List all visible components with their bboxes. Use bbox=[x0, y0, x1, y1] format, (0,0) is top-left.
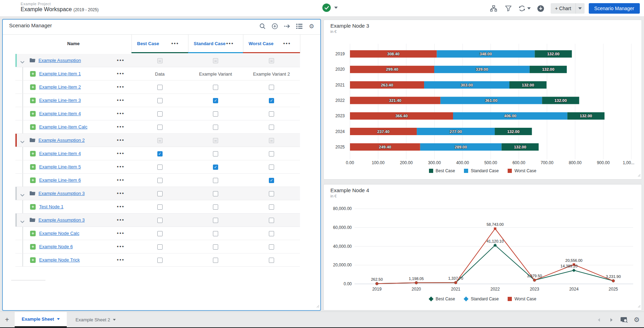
scenario-checkbox-unchecked[interactable] bbox=[157, 178, 163, 183]
scenario-checkbox-indeterminate[interactable]: – bbox=[213, 58, 218, 63]
row-name-link[interactable]: Example Assumption 3 bbox=[38, 217, 85, 223]
scenario-checkbox-indeterminate[interactable]: – bbox=[269, 138, 274, 143]
node-plus-icon[interactable]: + bbox=[30, 151, 36, 156]
row-menu-icon[interactable]: ●●● bbox=[117, 72, 124, 75]
scenario-checkbox-unchecked[interactable] bbox=[157, 98, 163, 103]
row-name-link[interactable]: Example Line-Item 2 bbox=[39, 84, 81, 90]
node-plus-icon[interactable]: + bbox=[30, 98, 36, 103]
collapse-chevron-icon[interactable] bbox=[20, 59, 24, 65]
workspace-status-control[interactable] bbox=[322, 4, 338, 12]
scenario-checkbox-indeterminate[interactable]: – bbox=[269, 58, 274, 63]
legend-item[interactable]: Worst Case bbox=[508, 296, 536, 301]
add-chart-button[interactable]: + Chart bbox=[551, 3, 575, 14]
node-plus-icon[interactable]: + bbox=[30, 257, 36, 263]
scenario-checkbox-checked[interactable]: ✓ bbox=[269, 98, 274, 103]
scenario-checkbox-unchecked[interactable] bbox=[213, 125, 218, 130]
jump-to-icon[interactable] bbox=[283, 22, 291, 30]
scenario-checkbox-checked[interactable]: ✓ bbox=[157, 151, 163, 156]
node-plus-icon[interactable]: + bbox=[30, 84, 36, 90]
legend-item[interactable]: Best Case bbox=[429, 168, 455, 173]
column-menu-icon[interactable]: ●●● bbox=[226, 42, 234, 45]
scenario-checkbox-unchecked[interactable] bbox=[269, 258, 274, 263]
scenario-checkbox-unchecked[interactable] bbox=[213, 231, 218, 236]
row-name-link[interactable]: Example Line-Item 4 bbox=[39, 151, 81, 156]
row-menu-icon[interactable]: ●●● bbox=[117, 245, 124, 248]
node-plus-icon[interactable]: + bbox=[30, 231, 36, 236]
presentation-search-icon[interactable] bbox=[620, 315, 629, 324]
scenario-checkbox-unchecked[interactable] bbox=[269, 111, 274, 117]
scenario-checkbox-unchecked[interactable] bbox=[157, 125, 163, 130]
row-menu-icon[interactable]: ●●● bbox=[117, 165, 124, 168]
scenario-checkbox-unchecked[interactable] bbox=[157, 85, 163, 90]
column-menu-icon[interactable]: ●●● bbox=[171, 42, 179, 45]
search-icon[interactable] bbox=[259, 22, 266, 30]
scenario-checkbox-unchecked[interactable] bbox=[269, 231, 274, 236]
row-menu-icon[interactable]: ●●● bbox=[117, 112, 124, 115]
next-sheet-icon[interactable] bbox=[607, 315, 616, 324]
row-name-link[interactable]: Example Line-Item 3 bbox=[39, 98, 81, 103]
row-menu-icon[interactable]: ●●● bbox=[117, 258, 124, 261]
scenario-checkbox-unchecked[interactable] bbox=[269, 191, 274, 196]
scenario-checkbox-checked[interactable]: ✓ bbox=[213, 98, 218, 103]
row-name-link[interactable]: Test Node 1 bbox=[39, 204, 63, 209]
chevron-down-icon[interactable] bbox=[334, 7, 338, 9]
node-plus-icon[interactable]: + bbox=[30, 124, 36, 130]
tab-example-sheet[interactable]: Example Sheet bbox=[15, 312, 67, 328]
collapse-chevron-icon[interactable] bbox=[20, 192, 24, 198]
scenario-checkbox-unchecked[interactable] bbox=[213, 244, 218, 250]
scenario-checkbox-unchecked[interactable] bbox=[213, 111, 218, 117]
collapse-chevron-icon[interactable] bbox=[20, 139, 24, 145]
node-plus-icon[interactable]: + bbox=[30, 244, 36, 250]
scenario-checkbox-unchecked[interactable] bbox=[213, 191, 218, 196]
node-plus-icon[interactable]: + bbox=[30, 177, 36, 183]
row-name-link[interactable]: Example Assumption 3 bbox=[38, 191, 85, 196]
row-menu-icon[interactable]: ●●● bbox=[117, 178, 124, 182]
scenario-checkbox-indeterminate[interactable]: – bbox=[157, 138, 163, 143]
scenario-checkbox-unchecked[interactable] bbox=[157, 258, 163, 263]
add-sheet-button[interactable]: + bbox=[0, 312, 14, 328]
scenario-checkbox-unchecked[interactable] bbox=[157, 218, 163, 223]
node-plus-icon[interactable]: + bbox=[30, 111, 36, 117]
scenario-checkbox-unchecked[interactable] bbox=[213, 178, 218, 183]
tab-example-sheet-2[interactable]: Example Sheet 2 bbox=[69, 312, 123, 328]
scenario-column-label[interactable]: Standard Case bbox=[194, 41, 226, 46]
chart-card-node3[interactable]: Example Node 3 in € 0.00100.00200.00300.… bbox=[323, 20, 642, 180]
row-menu-icon[interactable]: ●●● bbox=[117, 218, 124, 222]
row-name-link[interactable]: Example Line-Item 6 bbox=[39, 177, 81, 183]
row-name-link[interactable]: Example Assumption 2 bbox=[38, 138, 85, 143]
scenario-checkbox-unchecked[interactable] bbox=[213, 85, 218, 90]
row-name-link[interactable]: Example Line-Item 1 bbox=[39, 71, 81, 76]
scenario-checkbox-checked[interactable]: ✓ bbox=[269, 178, 274, 183]
scenario-checkbox-unchecked[interactable] bbox=[213, 218, 218, 223]
check-circle-icon[interactable] bbox=[322, 4, 331, 12]
panel-resize-grip[interactable] bbox=[316, 303, 319, 309]
scenario-checkbox-unchecked[interactable] bbox=[269, 204, 274, 210]
row-name-link[interactable]: Example Assumption bbox=[38, 58, 81, 63]
column-menu-icon[interactable]: ●●● bbox=[283, 42, 291, 45]
scenario-checkbox-unchecked[interactable] bbox=[157, 165, 163, 170]
scenario-column-label[interactable]: Worst Case bbox=[249, 41, 273, 46]
chart2-resize-grip[interactable] bbox=[637, 303, 641, 309]
legend-item[interactable]: Worst Case bbox=[508, 168, 536, 173]
scenario-checkbox-unchecked[interactable] bbox=[269, 218, 274, 223]
scenario-column-label[interactable]: Best Case bbox=[137, 41, 159, 46]
row-menu-icon[interactable]: ●●● bbox=[117, 231, 124, 235]
scenario-checkbox-indeterminate[interactable]: – bbox=[213, 138, 218, 143]
scenario-checkbox-unchecked[interactable] bbox=[213, 204, 218, 210]
chart1-resize-grip[interactable] bbox=[637, 172, 641, 178]
row-menu-icon[interactable]: ●●● bbox=[117, 85, 124, 89]
scenario-checkbox-unchecked[interactable] bbox=[269, 125, 274, 130]
row-menu-icon[interactable]: ●●● bbox=[117, 152, 124, 155]
node-plus-icon[interactable]: + bbox=[30, 71, 36, 77]
chart-card-node4[interactable]: Example Node 4 in € 0.0020,000.0040,000.… bbox=[323, 184, 642, 310]
node-plus-icon[interactable]: + bbox=[30, 164, 36, 170]
scenario-checkbox-indeterminate[interactable]: – bbox=[157, 58, 163, 63]
scenario-checkbox-checked[interactable]: ✓ bbox=[213, 165, 218, 170]
row-menu-icon[interactable]: ●●● bbox=[117, 58, 124, 62]
row-menu-icon[interactable]: ●●● bbox=[117, 125, 124, 128]
hierarchy-icon[interactable] bbox=[486, 0, 501, 17]
row-menu-icon[interactable]: ●●● bbox=[117, 205, 124, 208]
scenario-checkbox-unchecked[interactable] bbox=[157, 111, 163, 117]
row-menu-icon[interactable]: ●●● bbox=[117, 191, 124, 195]
legend-item[interactable]: Best Case bbox=[429, 296, 455, 301]
